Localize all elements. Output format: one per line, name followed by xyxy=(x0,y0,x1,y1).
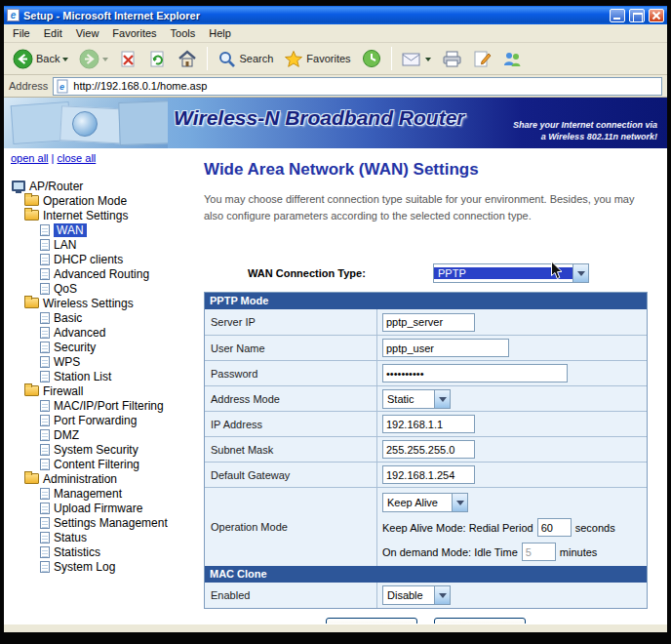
sidebar-item-content-filtering[interactable]: Content Filtering xyxy=(40,457,196,471)
sidebar-item-upload-firmware[interactable]: Upload Firmware xyxy=(40,501,196,515)
back-button[interactable]: Back xyxy=(9,47,72,71)
close-button[interactable] xyxy=(649,9,664,22)
wan-type-select[interactable]: PPTP xyxy=(433,263,589,283)
sidebar-item-station-list[interactable]: Station List xyxy=(40,369,196,383)
folder-icon xyxy=(24,195,39,206)
sidebar-item-wireless-settings[interactable]: Wireless Settings xyxy=(24,296,196,310)
sidebar-item-dhcp-clients[interactable]: DHCP clients xyxy=(40,252,196,266)
page-icon xyxy=(40,429,50,441)
menu-help[interactable]: Help xyxy=(202,25,238,41)
refresh-button[interactable] xyxy=(144,48,171,70)
wan-type-label: WAN Connection Type: xyxy=(248,267,433,279)
forward-button[interactable] xyxy=(75,47,112,71)
sidebar-item-dmz[interactable]: DMZ xyxy=(40,427,196,442)
sidebar-item-management[interactable]: Management xyxy=(40,486,196,501)
sidebar-item-system-log[interactable]: System Log xyxy=(40,559,196,574)
user-name-input[interactable] xyxy=(382,339,509,357)
sidebar-item-internet-settings[interactable]: Internet Settings xyxy=(24,208,196,222)
sidebar-item-wan[interactable]: WAN xyxy=(40,222,196,237)
sidebar-item-advanced-routing[interactable]: Advanced Routing xyxy=(40,266,196,281)
menu-tools[interactable]: Tools xyxy=(164,25,203,41)
sidebar-item-operation-mode[interactable]: Operation Mode xyxy=(24,193,196,208)
banner-collage-image xyxy=(4,98,168,148)
menu-file[interactable]: File xyxy=(6,25,37,41)
stop-button[interactable] xyxy=(115,48,141,70)
sidebar-item-status[interactable]: Status xyxy=(40,530,196,544)
messenger-button[interactable] xyxy=(498,48,527,70)
sidebar-item-settings-management[interactable]: Settings Management xyxy=(40,515,196,530)
chevron-down-icon[interactable] xyxy=(434,390,450,408)
page-icon xyxy=(40,459,50,470)
sidebar-item-port-forwarding[interactable]: Port Forwarding xyxy=(40,413,196,427)
page-title: Wide Area Network (WAN) Settings xyxy=(204,160,667,180)
page-icon xyxy=(40,517,50,529)
default-gateway-label: Default Gateway xyxy=(205,463,377,487)
title-bar[interactable]: e Setup - Microsoft Internet Explorer xyxy=(4,6,667,24)
page-icon xyxy=(40,503,50,514)
edit-button[interactable] xyxy=(469,48,495,70)
chevron-down-icon[interactable] xyxy=(452,494,467,511)
idle-time-input[interactable] xyxy=(522,543,556,561)
sidebar-item-system-security[interactable]: System Security xyxy=(40,442,196,457)
sidebar-item-mac-ip-port-filtering[interactable]: MAC/IP/Port Filtering xyxy=(40,398,196,413)
default-gateway-input[interactable] xyxy=(382,465,475,484)
ip-address-input[interactable] xyxy=(382,415,475,433)
open-all-link[interactable]: open all xyxy=(11,152,49,164)
home-button[interactable] xyxy=(174,48,201,70)
banner-title: Wireless-N Broadband Router xyxy=(174,106,465,130)
sidebar-item-wps[interactable]: WPS xyxy=(40,354,196,369)
redial-period-input[interactable] xyxy=(537,518,572,537)
history-button[interactable] xyxy=(358,47,385,70)
menu-edit[interactable]: Edit xyxy=(37,25,69,41)
search-button[interactable]: Search xyxy=(214,48,277,70)
chevron-down-icon[interactable] xyxy=(434,586,450,604)
sidebar-item-advanced[interactable]: Advanced xyxy=(40,325,196,340)
search-label: Search xyxy=(239,53,273,64)
enabled-label: Enabled xyxy=(205,583,377,608)
favorites-button[interactable]: Favorites xyxy=(280,48,354,70)
nav-tree: AP/Router Operation Mode Internet Settin… xyxy=(11,179,196,574)
back-icon xyxy=(13,49,33,69)
edit-icon xyxy=(473,50,492,68)
address-mode-select[interactable]: Static xyxy=(382,389,451,409)
sidebar-item-firewall[interactable]: Firewall xyxy=(24,383,196,398)
ie-logo-icon: e xyxy=(7,9,20,21)
sidebar-item-administration[interactable]: Administration xyxy=(24,471,196,486)
server-ip-row: Server IP xyxy=(205,309,647,335)
print-button[interactable] xyxy=(438,48,466,70)
folder-icon xyxy=(24,473,39,484)
ie-window: e Setup - Microsoft Internet Explorer Fi… xyxy=(4,6,667,632)
sidebar-item-basic[interactable]: Basic xyxy=(40,310,196,325)
server-ip-input[interactable] xyxy=(382,313,475,332)
sidebar-item-qos[interactable]: QoS xyxy=(40,281,196,296)
seconds-text: seconds xyxy=(575,522,615,534)
page-icon xyxy=(40,312,50,324)
menu-favorites[interactable]: Favorites xyxy=(105,25,163,41)
subnet-mask-input[interactable] xyxy=(382,440,475,459)
page-description: You may choose different connection type… xyxy=(204,191,638,224)
close-all-link[interactable]: close all xyxy=(58,152,97,164)
menu-view[interactable]: View xyxy=(69,25,106,41)
window-title: Setup - Microsoft Internet Explorer xyxy=(23,10,606,21)
link-separator: | xyxy=(52,152,55,164)
operation-mode-select[interactable]: Keep Alive xyxy=(382,493,468,512)
home-icon xyxy=(178,50,197,68)
maximize-button[interactable] xyxy=(629,9,645,22)
keep-alive-text: Keep Alive Mode: Redial Period xyxy=(382,522,533,534)
messenger-icon xyxy=(502,50,523,68)
password-input[interactable] xyxy=(382,364,568,382)
address-input[interactable] xyxy=(73,80,658,92)
mac-clone-enabled-select[interactable]: Disable xyxy=(382,585,451,605)
password-row: Password xyxy=(205,360,647,385)
apply-button[interactable]: Apply xyxy=(326,618,417,624)
sidebar-item-statistics[interactable]: Statistics xyxy=(40,544,196,559)
chevron-down-icon[interactable] xyxy=(572,264,588,282)
mail-button[interactable] xyxy=(398,49,435,69)
cancel-button[interactable]: Cancel xyxy=(434,618,526,624)
sidebar-item-root[interactable]: AP/Router xyxy=(12,179,196,193)
sidebar-item-security[interactable]: Security xyxy=(40,340,196,354)
sidebar-item-lan[interactable]: LAN xyxy=(40,237,196,252)
status-bar xyxy=(4,624,667,632)
banner-subtitle: Share your Internet connection via a Wir… xyxy=(513,119,657,143)
minimize-button[interactable] xyxy=(610,9,625,22)
